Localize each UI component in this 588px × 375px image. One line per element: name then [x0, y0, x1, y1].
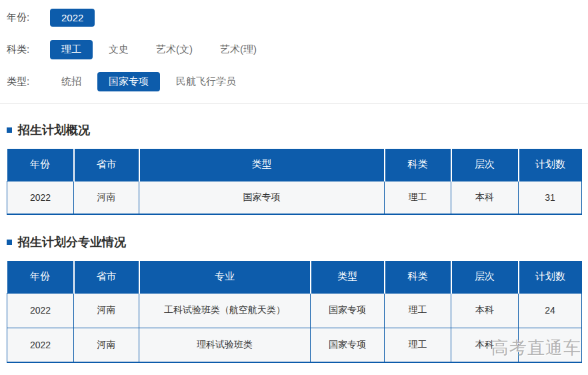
cell-year: 2022 — [7, 328, 74, 362]
filter-option-science[interactable]: 理工 — [50, 40, 93, 59]
section-plan-overview: 招生计划概况 年份 省市 类型 科类 层次 计划数 2022 河南 国家专项 理… — [0, 122, 588, 215]
cell-type: 国家专项 — [139, 181, 385, 214]
header-cell-level: 层次 — [451, 149, 519, 181]
header-cell-province: 省市 — [74, 149, 139, 181]
cell-level: 本科 — [451, 293, 519, 328]
filter-option-arts-science[interactable]: 艺术(理) — [209, 40, 268, 59]
header-cell-type: 类型 — [311, 261, 385, 293]
header-cell-subject: 科类 — [385, 149, 451, 181]
filter-option-year-2022[interactable]: 2022 — [50, 9, 95, 27]
filter-row-year: 年份: 2022 — [7, 7, 588, 27]
filter-label-year: 年份: — [7, 11, 50, 24]
section-plan-by-major: 招生计划分专业情况 年份 省市 专业 类型 科类 层次 计划数 2022 河南 … — [0, 234, 588, 363]
square-bullet-icon — [7, 240, 12, 245]
header-cell-plan-count: 计划数 — [519, 149, 582, 181]
cell-type: 国家专项 — [311, 293, 385, 328]
cell-major: 理科试验班类 — [139, 328, 311, 362]
filter-options-subject-category: 理工 文史 艺术(文) 艺术(理) — [50, 40, 268, 59]
header-cell-plan-count: 计划数 — [519, 261, 582, 293]
filter-option-liberal-arts[interactable]: 文史 — [97, 40, 140, 59]
cell-plan-count: 24 — [519, 293, 582, 328]
header-cell-subject: 科类 — [385, 261, 451, 293]
header-cell-province: 省市 — [74, 261, 139, 293]
filter-option-general-admission[interactable]: 统招 — [50, 72, 93, 91]
filter-row-subject-category: 科类: 理工 文史 艺术(文) 艺术(理) — [7, 39, 588, 59]
cell-province: 河南 — [74, 293, 139, 328]
header-cell-type: 类型 — [139, 149, 385, 181]
section-title-plan-overview: 招生计划概况 — [7, 122, 588, 138]
filter-option-arts-liberal[interactable]: 艺术(文) — [145, 40, 204, 59]
cell-level: 本科 — [451, 181, 519, 214]
plan-by-major-table: 年份 省市 专业 类型 科类 层次 计划数 2022 河南 工科试验班类（航空航… — [7, 261, 582, 363]
cell-subject: 理工 — [385, 328, 451, 362]
cell-year: 2022 — [7, 293, 74, 328]
cell-level: 本科 — [451, 328, 519, 362]
table-row: 2022 河南 理科试验班类 国家专项 理工 本科 — [7, 328, 582, 362]
cell-province: 河南 — [74, 181, 139, 214]
section-title-text: 招生计划概况 — [18, 122, 90, 138]
cell-major: 工科试验班类（航空航天类） — [139, 293, 311, 328]
filter-row-plan-type: 类型: 统招 国家专项 民航飞行学员 — [7, 71, 588, 91]
filter-label-subject-category: 科类: — [7, 43, 50, 56]
cell-plan-count: 31 — [519, 181, 582, 214]
filter-option-national-special[interactable]: 国家专项 — [97, 72, 160, 91]
table-header-row: 年份 省市 专业 类型 科类 层次 计划数 — [7, 261, 582, 293]
table-row: 2022 河南 国家专项 理工 本科 31 — [7, 181, 582, 214]
section-title-plan-by-major: 招生计划分专业情况 — [7, 234, 588, 250]
filter-options-plan-type: 统招 国家专项 民航飞行学员 — [50, 72, 247, 91]
cell-subject: 理工 — [385, 181, 451, 214]
header-cell-major: 专业 — [139, 261, 311, 293]
cell-year: 2022 — [7, 181, 74, 214]
cell-province: 河南 — [74, 328, 139, 362]
plan-overview-table: 年份 省市 类型 科类 层次 计划数 2022 河南 国家专项 理工 本科 31 — [7, 149, 582, 215]
table-header-row: 年份 省市 类型 科类 层次 计划数 — [7, 149, 582, 181]
table-row: 2022 河南 工科试验班类（航空航天类） 国家专项 理工 本科 24 — [7, 293, 582, 328]
section-title-text: 招生计划分专业情况 — [18, 234, 126, 250]
filter-options-year: 2022 — [50, 9, 95, 27]
square-bullet-icon — [7, 127, 12, 133]
header-cell-year: 年份 — [7, 149, 74, 181]
cell-type: 国家专项 — [311, 328, 385, 362]
cell-subject: 理工 — [385, 293, 451, 328]
filter-option-civil-aviation-pilot[interactable]: 民航飞行学员 — [165, 72, 247, 91]
header-cell-year: 年份 — [7, 261, 74, 293]
filter-label-plan-type: 类型: — [7, 75, 50, 88]
filter-panel: 年份: 2022 科类: 理工 文史 艺术(文) 艺术(理) 类型: 统招 国家… — [0, 0, 588, 91]
cell-plan-count — [519, 328, 582, 362]
divider — [0, 103, 588, 104]
header-cell-level: 层次 — [451, 261, 519, 293]
